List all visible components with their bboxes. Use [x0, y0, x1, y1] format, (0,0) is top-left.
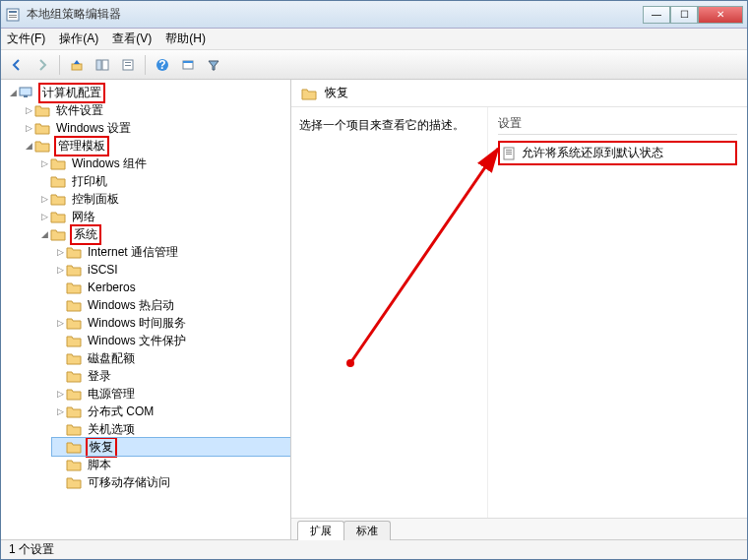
svg-rect-6 — [102, 60, 108, 70]
tree-label: Internet 通信管理 — [86, 244, 180, 261]
collapse-icon[interactable]: ◢ — [23, 141, 34, 151]
folder-icon — [66, 298, 82, 312]
expand-icon[interactable]: ▷ — [23, 105, 34, 115]
collapse-icon[interactable]: ◢ — [38, 229, 50, 239]
menu-file[interactable]: 文件(F) — [7, 31, 45, 47]
folder-icon — [66, 351, 82, 365]
content-area: 选择一个项目来查看它的描述。 设置 允许将系统还原到默认状态 — [291, 107, 747, 518]
expand-icon[interactable]: ▷ — [54, 318, 66, 328]
minimize-button[interactable]: — — [643, 6, 670, 24]
tree-node-control-panel[interactable]: ▷控制面板 — [36, 190, 290, 208]
tree-node-iscsi[interactable]: ▷iSCSI — [52, 261, 290, 279]
svg-rect-18 — [506, 152, 512, 153]
folder-icon — [34, 103, 50, 117]
expand-icon[interactable]: ▷ — [54, 389, 66, 399]
folder-icon — [66, 404, 82, 418]
folder-icon — [66, 440, 82, 454]
tree-node-disk-quota[interactable]: ▷磁盘配额 — [52, 349, 290, 367]
folder-icon — [50, 210, 66, 223]
tree-label: 系统 — [70, 224, 101, 245]
folder-icon — [66, 475, 82, 489]
tab-extended[interactable]: 扩展 — [297, 521, 344, 540]
expand-icon[interactable]: ▷ — [54, 406, 66, 416]
menu-action[interactable]: 操作(A) — [59, 31, 98, 47]
window-buttons: — ☐ ✕ — [643, 6, 743, 24]
tree-node-recovery[interactable]: ▷恢复 — [52, 438, 290, 456]
tree-node-computer-config[interactable]: ◢ 计算机配置 — [5, 84, 290, 101]
tree-node-windows-settings[interactable]: ▷Windows 设置 — [21, 119, 290, 137]
folder-icon — [66, 387, 82, 401]
svg-rect-9 — [125, 65, 131, 66]
tree-label: 脚本 — [86, 457, 113, 473]
tree-node-internet-comm[interactable]: ▷Internet 通信管理 — [52, 243, 290, 261]
tree-label: Windows 设置 — [54, 120, 133, 137]
folder-icon — [66, 458, 82, 471]
description-prompt: 选择一个项目来查看它的描述。 — [299, 117, 479, 134]
folder-icon — [50, 174, 66, 188]
filter-button[interactable] — [202, 53, 225, 77]
tree-node-logon[interactable]: ▷登录 — [52, 367, 290, 385]
tree-node-printers[interactable]: ▷打印机 — [36, 172, 290, 190]
tree-node-admin-templates[interactable]: ◢管理模板 — [21, 137, 290, 155]
expand-icon[interactable]: ▷ — [54, 247, 66, 257]
tree-node-win-hotstart[interactable]: ▷Windows 热启动 — [52, 296, 290, 314]
svg-rect-15 — [24, 95, 28, 97]
expand-icon[interactable]: ▷ — [38, 158, 50, 168]
breadcrumb: 恢复 — [291, 80, 747, 107]
expand-icon[interactable]: ▷ — [23, 123, 34, 133]
collapse-icon[interactable]: ◢ — [7, 88, 19, 97]
menu-help[interactable]: 帮助(H) — [165, 31, 206, 47]
tree-node-win-components[interactable]: ▷Windows 组件 — [36, 155, 290, 172]
computer-icon — [19, 86, 34, 99]
tree-node-software[interactable]: ▷软件设置 — [21, 101, 290, 119]
tree-label: 管理模板 — [54, 136, 109, 156]
breadcrumb-label: 恢复 — [325, 85, 348, 101]
expand-icon[interactable]: ▷ — [38, 212, 50, 221]
svg-rect-4 — [72, 64, 82, 70]
expand-icon[interactable]: ▷ — [38, 194, 50, 204]
tree-label: iSCSI — [86, 263, 120, 277]
tree-node-system[interactable]: ◢系统 — [36, 225, 290, 243]
tree-node-win-time[interactable]: ▷Windows 时间服务 — [52, 314, 290, 332]
tree-label: 可移动存储访问 — [86, 474, 172, 491]
toolbar-separator — [145, 55, 146, 75]
tree-label: 分布式 COM — [86, 404, 156, 420]
folder-icon — [50, 192, 66, 206]
folder-icon — [34, 139, 50, 153]
svg-rect-13 — [183, 61, 193, 63]
close-button[interactable]: ✕ — [698, 6, 743, 24]
tree-node-shutdown-opts[interactable]: ▷关机选项 — [52, 420, 290, 438]
folder-icon — [50, 227, 66, 241]
expand-icon[interactable]: ▷ — [54, 265, 66, 275]
menu-view[interactable]: 查看(V) — [112, 31, 152, 47]
tree-node-dcom[interactable]: ▷分布式 COM — [52, 403, 290, 420]
help-button[interactable]: ? — [151, 53, 174, 77]
tree-node-network[interactable]: ▷网络 — [36, 208, 290, 225]
forward-button[interactable] — [31, 53, 54, 77]
column-header-setting[interactable]: 设置 — [498, 113, 737, 135]
tree-label: 计算机配置 — [38, 83, 105, 103]
svg-rect-14 — [20, 88, 31, 95]
tree-node-power[interactable]: ▷电源管理 — [52, 385, 290, 403]
show-hide-tree-button[interactable] — [91, 53, 114, 77]
policy-item[interactable]: 允许将系统还原到默认状态 — [498, 141, 737, 165]
app-window: 本地组策略编辑器 — ☐ ✕ 文件(F) 操作(A) 查看(V) 帮助(H) ? — [0, 0, 748, 560]
tree-node-removable[interactable]: ▷可移动存储访问 — [52, 473, 290, 491]
properties-button[interactable] — [116, 53, 140, 77]
tree-label: 电源管理 — [86, 386, 137, 403]
options-button[interactable] — [176, 53, 200, 77]
tree-label: 软件设置 — [54, 102, 105, 119]
tree-pane[interactable]: ◢ 计算机配置 ▷软件设置 ▷Windows 设置 ◢管理模板 ▷Windows… — [1, 80, 291, 539]
back-button[interactable] — [5, 53, 29, 77]
tree-label: 恢复 — [86, 437, 117, 458]
svg-rect-3 — [9, 17, 17, 18]
tree-label: 打印机 — [70, 173, 109, 190]
tree-node-scripts[interactable]: ▷脚本 — [52, 456, 290, 473]
tree-node-win-fileprotect[interactable]: ▷Windows 文件保护 — [52, 332, 290, 349]
up-button[interactable] — [65, 53, 89, 77]
tree-node-kerberos[interactable]: ▷Kerberos — [52, 279, 290, 296]
svg-rect-8 — [125, 62, 131, 63]
tab-standard[interactable]: 标准 — [343, 521, 391, 540]
tree-label: 关机选项 — [86, 421, 137, 438]
maximize-button[interactable]: ☐ — [670, 6, 698, 24]
